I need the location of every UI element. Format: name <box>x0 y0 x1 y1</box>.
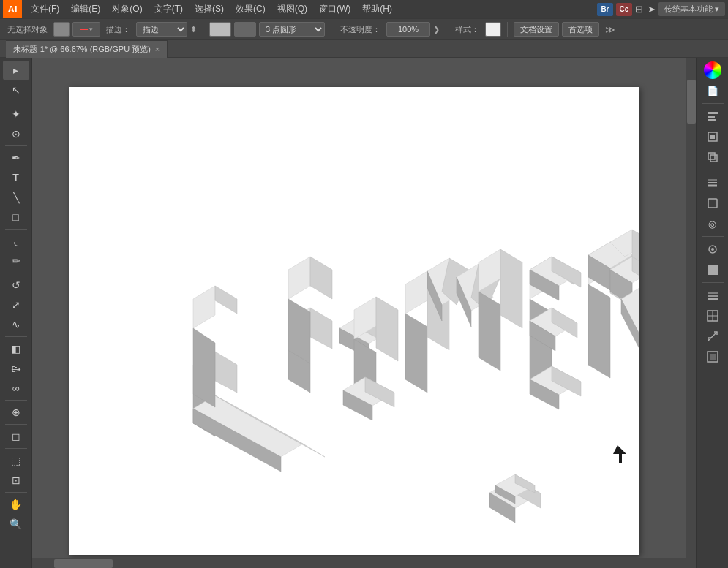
svg-rect-93 <box>710 354 716 360</box>
pencil-btn[interactable]: ✏ <box>3 251 29 270</box>
canvas-area[interactable]: .top-face { fill: #e8e8e8; stroke: #ccc;… <box>32 58 696 568</box>
svg-rect-82 <box>713 265 718 270</box>
rect-btn[interactable]: □ <box>3 208 29 227</box>
resize-icon <box>705 329 720 344</box>
menu-object[interactable]: 对象(O) <box>106 1 148 17</box>
arrow-icon: ➤ <box>648 4 656 15</box>
artboards-btn[interactable] <box>699 306 726 325</box>
menu-view[interactable]: 视图(Q) <box>271 1 313 17</box>
links-btn[interactable] <box>699 347 726 366</box>
style-swatch[interactable] <box>485 22 501 37</box>
layers-panel-btn[interactable] <box>699 286 726 305</box>
menu-bar: Ai 文件(F) 编辑(E) 对象(O) 文字(T) 选择(S) 效果(C) 视… <box>0 0 728 18</box>
doc-settings-btn[interactable]: 文档设置 <box>514 22 559 37</box>
tab-close-btn[interactable]: × <box>155 45 160 53</box>
menu-window[interactable]: 窗口(W) <box>313 1 356 17</box>
menu-select[interactable]: 选择(S) <box>189 1 230 17</box>
scale-btn[interactable]: ⤢ <box>3 295 29 314</box>
svg-marker-14 <box>310 257 332 299</box>
tool-sep-8 <box>5 448 27 449</box>
right-sep-4 <box>702 282 724 283</box>
style-label: 样式： <box>452 24 482 35</box>
layers-btn[interactable]: 📄 <box>699 81 726 100</box>
scroll-thumb-vertical[interactable] <box>687 80 696 124</box>
right-sep-1 <box>702 103 724 104</box>
svg-rect-73 <box>708 153 715 159</box>
vertical-scrollbar[interactable] <box>686 58 696 568</box>
preferences-btn[interactable]: 首选项 <box>562 22 599 37</box>
hand-btn[interactable]: ✋ <box>3 495 29 514</box>
layers-icon <box>705 288 720 303</box>
opacity-input[interactable] <box>386 22 430 37</box>
svg-rect-78 <box>708 199 717 208</box>
line-btn[interactable]: ╲ <box>3 188 29 207</box>
brushes-btn[interactable] <box>699 260 726 279</box>
brush-btn[interactable]: ◟ <box>3 232 29 251</box>
slice-btn[interactable]: ⊕ <box>3 403 29 422</box>
fill-swatch[interactable] <box>53 22 70 37</box>
tool-sep-9 <box>5 492 27 493</box>
shape-swatch-1[interactable] <box>209 22 231 37</box>
color-wheel-icon <box>704 61 721 79</box>
menu-effect[interactable]: 效果(C) <box>230 1 271 17</box>
tool-sep-1 <box>5 102 27 102</box>
align-icon <box>705 109 720 124</box>
toolbar-divider-1 <box>203 22 203 37</box>
eraser-btn[interactable]: ◻ <box>3 427 29 446</box>
svg-marker-2 <box>215 352 237 393</box>
pathfinder-btn[interactable] <box>699 148 726 167</box>
shape-swatch-2[interactable] <box>234 22 256 37</box>
blend-btn[interactable]: ∞ <box>3 379 29 398</box>
right-panel: 📄 <box>696 58 728 568</box>
symbols-btn[interactable] <box>699 240 726 259</box>
align-btn[interactable] <box>699 107 726 126</box>
resize-btn[interactable] <box>699 327 726 346</box>
transform-btn[interactable] <box>699 127 726 146</box>
artboard: .top-face { fill: #e8e8e8; stroke: #ccc;… <box>69 87 639 555</box>
direct-select-btn[interactable]: ↖ <box>3 80 29 99</box>
zoom-btn[interactable]: 🔍 <box>3 515 29 534</box>
svg-rect-74 <box>710 155 717 162</box>
stroke-select[interactable]: 描边 <box>136 22 187 37</box>
lasso-btn[interactable]: ⊙ <box>3 124 29 143</box>
cc-badge[interactable]: Cc <box>616 3 632 16</box>
stroke-swatch[interactable]: ▾ <box>72 22 100 37</box>
type-btn[interactable]: T <box>3 168 29 187</box>
tool-sep-7 <box>5 424 27 425</box>
toolbar-more-icon[interactable]: ≫ <box>605 24 615 35</box>
chart-btn[interactable]: ⬚ <box>3 451 29 470</box>
stroke-panel-icon <box>705 175 720 190</box>
menu-edit[interactable]: 编辑(E) <box>65 1 106 17</box>
toolbar-divider-4 <box>507 22 508 37</box>
tradition-btn[interactable]: 传统基本功能 ▾ <box>658 2 725 16</box>
magic-wand-btn[interactable]: ✦ <box>3 105 29 124</box>
graphic-styles-btn[interactable]: ◎ <box>699 214 726 233</box>
chart2-btn[interactable]: ⊡ <box>3 471 29 490</box>
tool-sep-5 <box>5 336 27 337</box>
svg-line-91 <box>708 332 717 341</box>
warp-btn[interactable]: ∿ <box>3 315 29 334</box>
menu-file[interactable]: 文件(F) <box>25 1 65 17</box>
stroke-panel-btn[interactable] <box>699 173 726 192</box>
toolbar-divider-3 <box>446 22 446 37</box>
appearance-btn[interactable] <box>699 194 726 213</box>
rotate-btn[interactable]: ↺ <box>3 276 29 295</box>
eyedropper-btn[interactable]: ⌲ <box>3 359 29 378</box>
tool-sep-4 <box>5 273 27 273</box>
gradient-btn[interactable]: ◧ <box>3 339 29 358</box>
color-panel-btn[interactable] <box>699 61 726 80</box>
bridge-badge[interactable]: Br <box>597 3 613 16</box>
menu-help[interactable]: 帮助(H) <box>356 1 398 17</box>
menu-type[interactable]: 文字(T) <box>149 1 189 17</box>
point-shape-select[interactable]: 3 点圆形 <box>259 22 325 37</box>
scroll-thumb-horizontal[interactable] <box>54 559 113 568</box>
tab-title: 未标题-1* @ 66.67% (RGB/GPU 预览) <box>13 44 151 55</box>
stroke-icon <box>80 29 88 30</box>
svg-marker-12 <box>288 257 310 299</box>
pen-btn[interactable]: ✒ <box>3 148 29 167</box>
document-tab[interactable]: 未标题-1* @ 66.67% (RGB/GPU 预览) × <box>6 40 168 58</box>
brushes-icon <box>705 262 720 277</box>
selection-tool-btn[interactable]: ▸ <box>3 61 29 80</box>
horizontal-scrollbar[interactable] <box>32 558 686 568</box>
svg-marker-20 <box>376 297 398 361</box>
